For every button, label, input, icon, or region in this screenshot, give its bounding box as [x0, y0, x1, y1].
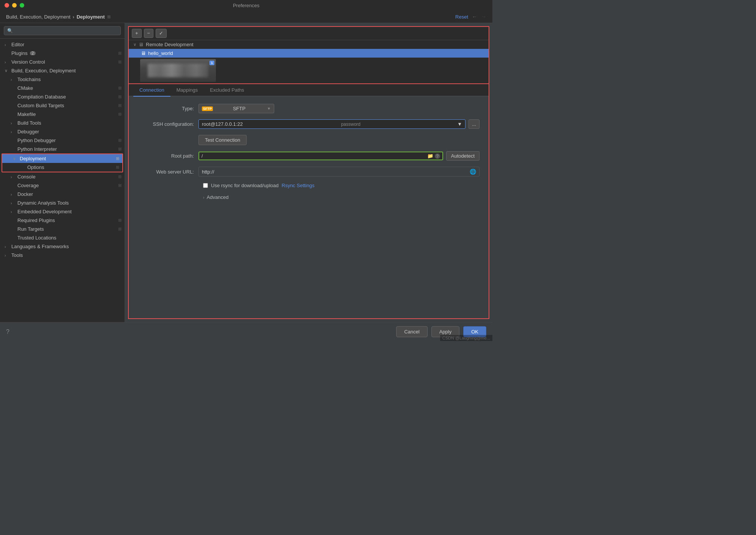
panel-actions: Reset ← → [455, 14, 486, 20]
type-control: SFTP SFTP ▼ [198, 104, 480, 113]
maximize-button[interactable] [20, 3, 24, 8]
tab-connection[interactable]: Connection [133, 84, 170, 97]
sidebar-item-trusted-locations[interactable]: Trusted Locations [0, 233, 125, 242]
search-bar [0, 23, 125, 39]
type-select[interactable]: SFTP SFTP ▼ [198, 104, 274, 113]
sftp-icon: SFTP [202, 106, 213, 111]
tab-excluded-paths[interactable]: Excluded Paths [204, 84, 250, 97]
folder-icon: 📁 [427, 153, 433, 159]
sidebar-item-run-targets[interactable]: Run Targets ⊞ [0, 225, 125, 233]
sidebar-item-editor[interactable]: › Editor [0, 40, 125, 49]
tab-mappings[interactable]: Mappings [170, 84, 204, 97]
spacer-icon [20, 165, 25, 170]
window-controls[interactable] [5, 3, 24, 8]
sidebar-item-languages[interactable]: › Languages & Frameworks [0, 242, 125, 251]
globe-icon: 🌐 [470, 169, 476, 175]
sidebar-item-label: Python Interpreter [17, 146, 57, 152]
thumbnail-badge: 1 [209, 61, 214, 65]
spacer-icon [11, 183, 15, 188]
chevron-right-icon: › [11, 201, 15, 205]
test-control: Test Connection [198, 135, 480, 145]
root-path-input[interactable] [201, 153, 427, 159]
watermark: CSDN @Laughing@me... [440, 335, 492, 341]
search-input[interactable] [4, 26, 121, 35]
remove-server-button[interactable]: − [144, 29, 154, 38]
settings-icon: ⊞ [118, 112, 122, 117]
sidebar-item-python-debugger[interactable]: Python Debugger ⊞ [0, 136, 125, 145]
sidebar-list: › Editor Plugins 2 ⊞ › Version Control ⊞… [0, 39, 125, 322]
sidebar-item-label: Build, Execution, Deployment [11, 68, 76, 74]
sidebar-item-label: Toolchains [17, 77, 41, 82]
settings-icon: ⊞ [116, 165, 119, 170]
sidebar-item-version-control[interactable]: › Version Control ⊞ [0, 58, 125, 66]
settings-icon: ⊞ [118, 59, 122, 64]
check-button[interactable]: ✓ [156, 29, 167, 38]
chevron-right-icon: › [11, 175, 15, 179]
sidebar-item-compilation-db[interactable]: Compilation Database ⊞ [0, 92, 125, 101]
chevron-right-icon: › [11, 77, 15, 82]
sidebar-item-deployment[interactable]: ∨ Deployment ⊞ [2, 154, 122, 163]
title-bar: Preferences [0, 0, 492, 11]
sidebar-item-label: Console [17, 174, 36, 180]
sidebar-item-coverage[interactable]: Coverage ⊞ [0, 181, 125, 190]
sidebar-item-dynamic-analysis[interactable]: › Dynamic Analysis Tools [0, 199, 125, 207]
cancel-button[interactable]: Cancel [396, 326, 427, 337]
chevron-down-icon: ▼ [267, 106, 271, 111]
server-group-item[interactable]: ∨ 🖥 Remote Development [129, 40, 489, 49]
close-button[interactable] [5, 3, 9, 8]
ssh-settings-button[interactable]: ... [469, 119, 480, 129]
sidebar-item-plugins[interactable]: Plugins 2 ⊞ [0, 49, 125, 58]
chevron-right-icon: › [11, 121, 15, 125]
sidebar-item-build-execution[interactable]: ∨ Build, Execution, Deployment [0, 66, 125, 75]
test-connection-button[interactable]: Test Connection [198, 135, 247, 145]
settings-icon: ⊞ [116, 156, 119, 161]
sidebar-item-label: Build Tools [17, 120, 41, 126]
connection-form: Type: SFTP SFTP ▼ SSH configuration: [129, 96, 489, 208]
url-input[interactable] [202, 169, 470, 175]
server-group-label: Remote Development [146, 42, 194, 47]
forward-button[interactable]: → [481, 14, 486, 20]
thumbnail-content [140, 59, 216, 82]
minimize-button[interactable] [12, 3, 17, 8]
settings-icon: ⊞ [118, 94, 122, 99]
autodetect-button[interactable]: Autodetect [446, 151, 480, 161]
sidebar-item-label: Plugins [11, 50, 28, 56]
sidebar-item-custom-build[interactable]: Custom Build Targets ⊞ [0, 101, 125, 110]
server-item-label: hello_world [148, 50, 173, 56]
sidebar-item-required-plugins[interactable]: Required Plugins ⊞ [0, 216, 125, 225]
sidebar-item-embedded[interactable]: › Embedded Development [0, 207, 125, 216]
breadcrumb-parent[interactable]: Build, Execution, Deployment [6, 14, 70, 20]
advanced-label: Advanced [207, 194, 229, 200]
back-button[interactable]: ← [472, 14, 477, 20]
sidebar-item-build-tools[interactable]: › Build Tools [0, 119, 125, 127]
server-item[interactable]: 🖥 hello_world [129, 49, 489, 58]
sidebar-item-docker[interactable]: › Docker [0, 190, 125, 199]
advanced-section[interactable]: › Advanced [203, 194, 480, 200]
sidebar-item-toolchains[interactable]: › Toolchains [0, 75, 125, 84]
sidebar-item-console[interactable]: › Console ⊞ [0, 172, 125, 181]
badge: 2 [30, 51, 36, 55]
sidebar-item-debugger[interactable]: › Debugger [0, 127, 125, 136]
sidebar-item-options[interactable]: Options ⊞ [2, 163, 122, 172]
rsync-settings-link[interactable]: Rsync Settings [282, 183, 315, 188]
bottom-bar: ? Cancel Apply OK [0, 322, 492, 341]
server-icon: 🖥 [141, 50, 146, 56]
reset-button[interactable]: Reset [455, 14, 468, 20]
ssh-password: password [341, 122, 360, 127]
breadcrumb-separator: › [73, 14, 74, 20]
sidebar-item-cmake[interactable]: CMake ⊞ [0, 84, 125, 92]
deployment-group: ∨ Deployment ⊞ Options ⊞ [2, 153, 123, 172]
sidebar-item-makefile[interactable]: Makefile ⊞ [0, 110, 125, 119]
chevron-right-icon: › [11, 192, 15, 197]
sidebar-item-label: Version Control [11, 59, 45, 65]
ssh-select[interactable]: root@127.0.0.1:22 password ▼ [198, 119, 465, 129]
type-row: Type: SFTP SFTP ▼ [138, 104, 480, 113]
rsync-checkbox[interactable] [203, 183, 208, 188]
tab-mappings-label: Mappings [177, 87, 198, 93]
settings-icon: ⊞ [118, 86, 122, 91]
add-server-button[interactable]: + [132, 29, 142, 38]
type-label: Type: [138, 106, 198, 111]
help-button[interactable]: ? [6, 329, 9, 335]
sidebar-item-tools[interactable]: › Tools [0, 251, 125, 260]
sidebar-item-python-interpreter[interactable]: Python Interpreter ⊞ [0, 145, 125, 153]
